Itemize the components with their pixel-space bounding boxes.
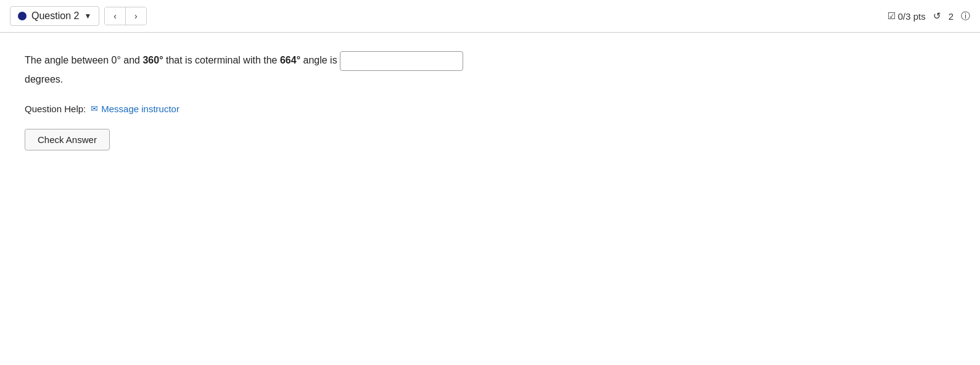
message-instructor-label: Message instructor — [101, 104, 179, 114]
next-button[interactable]: › — [126, 7, 146, 25]
prev-button[interactable]: ‹ — [105, 7, 126, 25]
question-help: Question Help: ✉ Message instructor — [25, 104, 955, 114]
header-left: Question 2 ▼ ‹ › — [10, 6, 147, 26]
question-header: Question 2 ▼ ‹ › ☑ 0/3 pts ↺ 2 ⓘ — [0, 0, 980, 33]
chevron-down-icon: ▼ — [84, 12, 91, 20]
answer-input[interactable] — [340, 51, 463, 71]
info-icon[interactable]: ⓘ — [961, 10, 970, 22]
undo-icon[interactable]: ↺ — [933, 10, 941, 22]
message-instructor-link[interactable]: ✉ Message instructor — [91, 104, 179, 114]
question-selector[interactable]: Question 2 ▼ — [10, 6, 99, 26]
question-text-degrees: degrees. — [25, 74, 63, 84]
pts-text: 0/3 pts — [898, 11, 926, 22]
question-status-dot — [18, 12, 27, 20]
question-text-part1: The angle between 0° and 360° that is co… — [25, 55, 340, 65]
checkmark-icon: ☑ — [887, 10, 896, 22]
check-answer-button[interactable]: Check Answer — [25, 129, 110, 150]
pts-badge: ☑ 0/3 pts — [887, 10, 926, 22]
main-content: The angle between 0° and 360° that is co… — [0, 33, 980, 169]
question-help-label: Question Help: — [25, 104, 86, 114]
nav-buttons: ‹ › — [104, 7, 146, 25]
question-text: The angle between 0° and 360° that is co… — [25, 51, 955, 89]
header-right: ☑ 0/3 pts ↺ 2 ⓘ — [887, 10, 970, 22]
undo-count: 2 — [949, 11, 953, 22]
question-label: Question 2 — [31, 10, 79, 22]
mail-icon: ✉ — [91, 104, 98, 113]
